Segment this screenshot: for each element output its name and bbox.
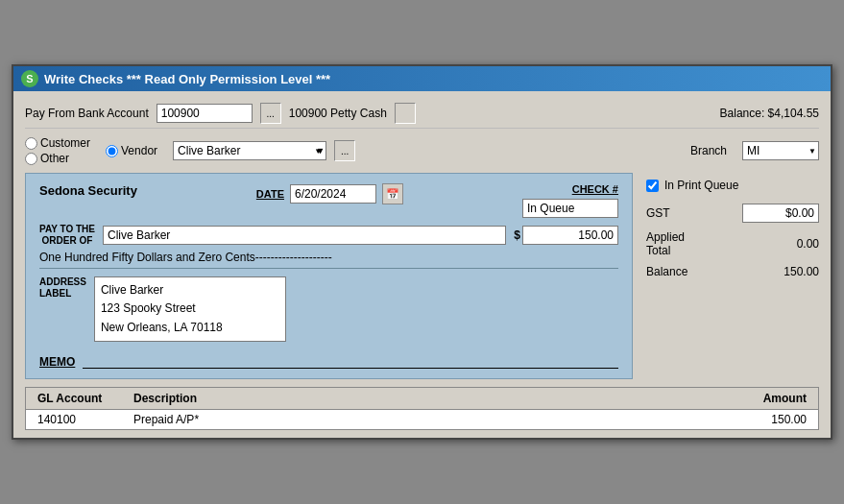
side-balance-label: Balance bbox=[646, 265, 687, 278]
other-label: Other bbox=[40, 152, 69, 165]
vendor-select[interactable]: Clive Barker bbox=[173, 141, 326, 160]
check-num-label: CHECK # bbox=[572, 183, 618, 195]
gst-label: GST bbox=[646, 206, 670, 220]
main-window: S Write Checks *** Read Only Permission … bbox=[12, 64, 832, 440]
pay-to-label: PAY TO THE ORDER OF bbox=[39, 224, 95, 247]
date-label: DATE bbox=[256, 188, 284, 200]
customer-radio-item[interactable]: Customer bbox=[25, 136, 90, 150]
applied-total-row: Applied Total 0.00 bbox=[646, 230, 819, 257]
table-row: 140100 Prepaid A/P* 150.00 bbox=[26, 410, 818, 429]
col-header-desc: Description bbox=[133, 392, 711, 405]
address-label: ADDRESS LABEL bbox=[39, 276, 86, 342]
address-line1: Clive Barker bbox=[101, 281, 279, 300]
side-panel: In Print Queue GST Applied Total 0.00 bbox=[646, 173, 819, 387]
account-name: 100900 Petty Cash bbox=[289, 107, 387, 120]
side-balance-value: 150.00 bbox=[784, 265, 819, 278]
account-browse-button[interactable]: ... bbox=[260, 103, 281, 124]
pay-to-row: PAY TO THE ORDER OF $ bbox=[39, 224, 618, 247]
check-area: Sedona Security DATE 📅 CHECK # PAY TO TH… bbox=[25, 173, 633, 379]
print-queue-label: In Print Queue bbox=[664, 179, 738, 192]
amount-area: $ bbox=[514, 226, 618, 245]
address-row: ADDRESS LABEL Clive Barker 123 Spooky St… bbox=[39, 276, 618, 342]
branch-label: Branch bbox=[690, 144, 727, 157]
date-section: DATE 📅 bbox=[256, 183, 403, 204]
applied-total-label: Applied Total bbox=[646, 230, 685, 257]
vendor-radio-item[interactable]: Vendor bbox=[106, 144, 157, 157]
account-number-input[interactable] bbox=[157, 104, 253, 123]
gst-input[interactable] bbox=[742, 204, 819, 223]
cell-amount: 150.00 bbox=[711, 413, 807, 426]
app-icon: S bbox=[21, 70, 38, 87]
account-info-button[interactable] bbox=[395, 103, 416, 124]
print-queue-checkbox[interactable] bbox=[646, 180, 659, 192]
vendor-browse-button[interactable]: ... bbox=[334, 140, 355, 161]
date-input[interactable] bbox=[290, 184, 376, 204]
applied-total-value: 0.00 bbox=[797, 237, 819, 251]
check-and-side-panel: Sedona Security DATE 📅 CHECK # PAY TO TH… bbox=[25, 173, 819, 387]
address-line2: 123 Spooky Street bbox=[101, 300, 279, 318]
calendar-button[interactable]: 📅 bbox=[382, 183, 403, 204]
amount-input[interactable] bbox=[522, 226, 618, 245]
check-number-area: CHECK # bbox=[522, 183, 618, 218]
vendor-section: Clive Barker ▼ ... bbox=[173, 140, 656, 161]
toolbar-row: Pay From Bank Account ... 100900 Petty C… bbox=[25, 99, 819, 129]
gst-row: GST bbox=[646, 204, 819, 223]
cell-gl: 140100 bbox=[37, 413, 133, 426]
company-name: Sedona Security bbox=[39, 183, 137, 198]
memo-line[interactable] bbox=[83, 349, 618, 369]
cell-description: Prepaid A/P* bbox=[133, 413, 711, 426]
print-queue-row: In Print Queue bbox=[646, 179, 819, 192]
vendor-label: Vendor bbox=[121, 144, 157, 157]
side-balance-row: Balance 150.00 bbox=[646, 265, 819, 278]
other-radio-item[interactable]: Other bbox=[25, 152, 90, 165]
table-header: GL Account Description Amount bbox=[26, 388, 818, 410]
customer-radio[interactable] bbox=[25, 137, 37, 150]
dollar-sign: $ bbox=[514, 228, 520, 242]
address-line3: New Orleans, LA 70118 bbox=[101, 319, 279, 337]
memo-row: MEMO bbox=[39, 349, 618, 369]
title-bar: S Write Checks *** Read Only Permission … bbox=[13, 66, 831, 91]
col-header-amount: Amount bbox=[711, 392, 807, 405]
pay-from-label: Pay From Bank Account bbox=[25, 107, 149, 120]
balance-display: Balance: $4,104.55 bbox=[720, 107, 819, 120]
other-radio[interactable] bbox=[25, 153, 37, 165]
written-amount: One Hundred Fifty Dollars and Zero Cents… bbox=[39, 251, 618, 269]
branch-select-wrapper: MI bbox=[742, 141, 819, 160]
vendor-radio[interactable] bbox=[106, 145, 118, 157]
address-box[interactable]: Clive Barker 123 Spooky Street New Orlea… bbox=[94, 276, 286, 342]
pay-to-input[interactable] bbox=[103, 226, 506, 245]
radio-vendor-row: Customer Other Vendor Clive Barker ▼ bbox=[25, 136, 819, 165]
vendor-select-wrapper: Clive Barker ▼ bbox=[173, 141, 326, 160]
branch-select[interactable]: MI bbox=[742, 141, 819, 160]
window-title: Write Checks *** Read Only Permission Le… bbox=[44, 72, 330, 86]
gl-table: GL Account Description Amount 140100 Pre… bbox=[25, 387, 819, 430]
memo-label: MEMO bbox=[39, 355, 75, 369]
col-header-gl: GL Account bbox=[37, 392, 133, 405]
check-header: Sedona Security DATE 📅 CHECK # bbox=[39, 183, 618, 218]
check-number-input[interactable] bbox=[522, 199, 618, 218]
customer-label: Customer bbox=[40, 136, 90, 150]
